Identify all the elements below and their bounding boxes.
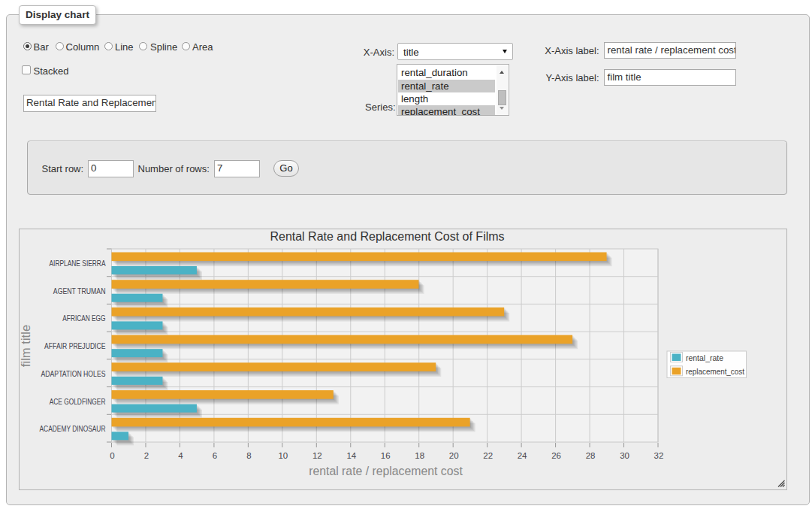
svg-text:rental_rate: rental_rate	[686, 353, 723, 362]
svg-text:film title: film title	[20, 325, 33, 367]
svg-text:26: 26	[551, 451, 561, 460]
svg-text:ACE GOLDFINGER: ACE GOLDFINGER	[50, 398, 106, 406]
svg-text:ADAPTATION HOLES: ADAPTATION HOLES	[41, 370, 106, 378]
svg-text:8: 8	[246, 451, 251, 460]
svg-text:6: 6	[213, 451, 217, 460]
svg-text:rental rate / replacement cost: rental rate / replacement cost	[309, 465, 463, 477]
svg-text:AGENT TRUMAN: AGENT TRUMAN	[53, 287, 106, 295]
svg-text:14: 14	[346, 451, 356, 460]
svg-text:28: 28	[586, 451, 596, 460]
svg-text:24: 24	[518, 451, 527, 460]
svg-text:30: 30	[620, 451, 629, 460]
svg-text:22: 22	[483, 451, 493, 460]
svg-text:12: 12	[312, 451, 322, 460]
svg-text:32: 32	[654, 451, 664, 460]
svg-text:AFRICAN EGG: AFRICAN EGG	[62, 314, 105, 323]
svg-text:0: 0	[110, 451, 114, 460]
svg-text:18: 18	[415, 451, 424, 460]
svg-text:4: 4	[178, 451, 183, 460]
svg-text:2: 2	[144, 451, 149, 460]
svg-text:AIRPLANE SIERRA: AIRPLANE SIERRA	[50, 259, 106, 268]
svg-text:10: 10	[278, 451, 288, 460]
svg-text:ACADEMY DINOSAUR: ACADEMY DINOSAUR	[40, 425, 106, 433]
svg-text:20: 20	[449, 451, 459, 460]
svg-text:Rental Rate and Replacement Co: Rental Rate and Replacement Cost of Film…	[270, 230, 504, 243]
svg-text:replacement_cost: replacement_cost	[686, 367, 744, 376]
svg-text:16: 16	[381, 451, 391, 460]
svg-text:AFFAIR PREJUDICE: AFFAIR PREJUDICE	[44, 342, 105, 350]
